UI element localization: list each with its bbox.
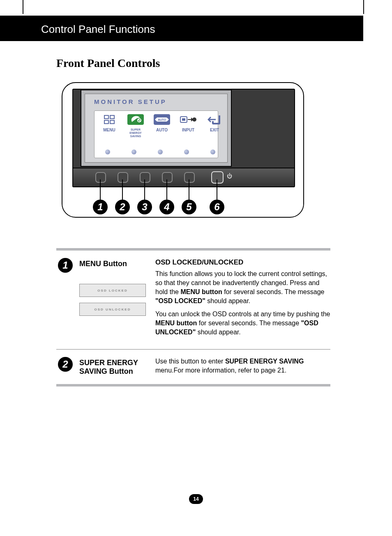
description: Use this button to enter SUPER ENERGY SA… [155, 357, 330, 376]
description-paragraph: You can unlock the OSD controls at any t… [155, 310, 330, 337]
description: OSD LOCKED/UNLOCKED This function allows… [155, 258, 330, 341]
indicator-dots [95, 150, 218, 155]
leader-line [144, 179, 145, 201]
callout-6: 6 [210, 200, 224, 214]
osd-label: EXIT [202, 128, 227, 132]
svg-rect-11 [182, 118, 185, 121]
hardware-button-power [211, 171, 224, 184]
crop-mark [363, 0, 364, 14]
indicator-dot [105, 150, 110, 154]
hardware-button-3 [140, 172, 150, 183]
monitor-body: MONITOR SETUP MENU SUPERENERGY [72, 89, 295, 187]
grid-icon [101, 113, 118, 126]
callout-4: 4 [159, 200, 174, 214]
osd-label: AUTO [150, 128, 174, 132]
input-icon [180, 113, 197, 126]
power-icon: ⏻ [227, 173, 232, 179]
front-panel-illustration: MONITOR SETUP MENU SUPERENERGY [62, 82, 304, 218]
indicator-dot [184, 150, 189, 154]
table-row: 1 MENU Button OSD LOCKED OSD UNLOCKED OS… [56, 251, 330, 349]
chapter-title: Control Panel Functions [41, 23, 155, 36]
button-name: MENU Button [79, 260, 149, 268]
osd-item-input: INPUT [176, 113, 201, 132]
crop-mark [23, 0, 23, 14]
osd-item-menu: MENU [97, 113, 122, 132]
row-number-badge: 1 [58, 258, 73, 273]
osd-unlocked-graphic: OSD UNLOCKED [79, 303, 146, 316]
row-number-badge: 2 [58, 357, 73, 372]
callout-5: 5 [182, 200, 196, 214]
callout-3: 3 [137, 200, 152, 214]
leaf-icon [127, 113, 144, 126]
svg-text:AUTO: AUTO [158, 118, 166, 121]
hardware-button-1 [95, 172, 106, 183]
leader-line [166, 179, 167, 201]
button-description-table: 1 MENU Button OSD LOCKED OSD UNLOCKED OS… [56, 248, 330, 386]
osd-label: MENU [97, 128, 122, 132]
hardware-button-4 [162, 172, 173, 183]
leader-line [122, 179, 123, 201]
osd-locked-graphic: OSD LOCKED [79, 284, 146, 297]
monitor-bezel-bottom: ⏻ [73, 168, 294, 186]
leader-line [217, 179, 217, 201]
chapter-header: Control Panel Functions [0, 16, 363, 41]
osd-menu-row: MENU SUPERENERGYSAVING AUTO A [94, 110, 218, 158]
button-name: SUPER ENERGY SAVING Button [79, 359, 149, 376]
indicator-dot [210, 150, 215, 154]
osd-label: INPUT [176, 128, 201, 132]
svg-rect-1 [110, 115, 114, 119]
hardware-button-5 [184, 172, 195, 183]
description-heading: OSD LOCKED/UNLOCKED [155, 258, 330, 267]
callout-1: 1 [93, 200, 108, 214]
table-row: 2 SUPER ENERGY SAVING Button Use this bu… [56, 350, 330, 384]
leader-line [100, 179, 101, 201]
svg-rect-0 [104, 115, 108, 119]
osd-item-auto: AUTO AUTO [150, 113, 174, 132]
section-title: Front Panel Controls [56, 57, 160, 70]
screen: MONITOR SETUP MENU SUPERENERGY [85, 94, 228, 163]
page-number: 14 [189, 494, 203, 504]
exit-icon [206, 113, 223, 126]
auto-icon: AUTO [153, 113, 171, 126]
svg-rect-2 [104, 120, 108, 124]
osd-label: SUPERENERGYSAVING [123, 128, 148, 138]
indicator-dot [158, 150, 163, 154]
svg-point-12 [192, 117, 196, 122]
description-paragraph: This function allows you to lock the cur… [155, 269, 330, 306]
svg-rect-3 [110, 120, 114, 124]
screen-bezel: MONITOR SETUP MENU SUPERENERGY [81, 90, 232, 167]
osd-item-exit: EXIT [202, 113, 227, 132]
leader-line [189, 179, 189, 201]
callout-2: 2 [115, 200, 130, 214]
svg-rect-4 [127, 114, 144, 125]
rule [56, 384, 330, 386]
osd-item-energy: SUPERENERGYSAVING [123, 113, 148, 138]
hardware-button-2 [118, 172, 128, 183]
indicator-dot [131, 150, 136, 154]
osd-title: MONITOR SETUP [94, 98, 167, 105]
